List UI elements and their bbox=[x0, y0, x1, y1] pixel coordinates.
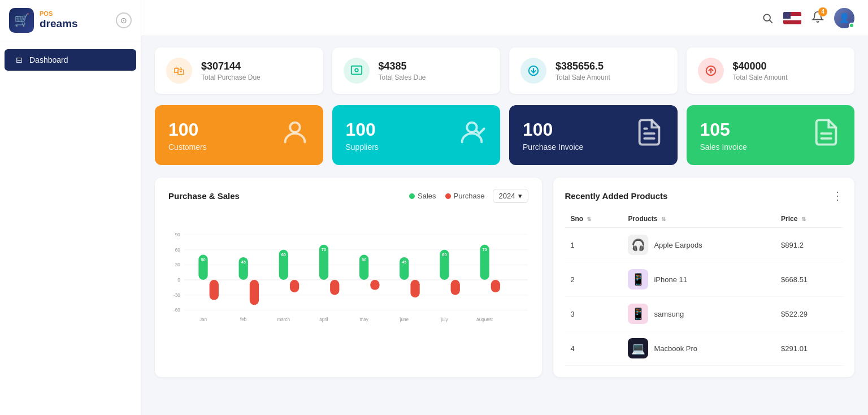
big-stat-suppliers[interactable]: 100 Suppliers bbox=[332, 105, 501, 165]
notification-bell[interactable]: 4 bbox=[811, 11, 824, 25]
legend-purchase-label: Purchase bbox=[454, 192, 485, 200]
customers-name: Customers bbox=[168, 142, 207, 152]
customers-icon bbox=[280, 118, 310, 153]
product-price-4: $291.01 bbox=[775, 331, 843, 366]
sale-amount-2-label: Total Sale Amount bbox=[733, 74, 788, 81]
products-title: Recently Added Products bbox=[565, 191, 667, 201]
svg-rect-48 bbox=[491, 280, 500, 292]
svg-text:0: 0 bbox=[177, 278, 180, 283]
svg-text:auguest: auguest bbox=[476, 317, 493, 322]
purchase-invoice-name: Purchase Invoice bbox=[523, 142, 583, 152]
products-table-head: Sno ⇅ Products ⇅ Price ⇅ bbox=[565, 210, 843, 228]
stat-card-sale-amount-1: $385656.5 Total Sale Amount bbox=[509, 47, 678, 94]
product-name-2: iPhone 11 bbox=[654, 275, 687, 284]
product-name-4: Macbook Pro bbox=[654, 344, 697, 353]
svg-text:-30: -30 bbox=[173, 293, 180, 298]
svg-text:april: april bbox=[319, 317, 328, 322]
sale-amount-1-label: Total Sale Amount bbox=[555, 74, 610, 81]
search-icon[interactable] bbox=[762, 12, 773, 24]
col-products: Products ⇅ bbox=[622, 210, 775, 228]
svg-rect-33 bbox=[290, 280, 299, 292]
svg-text:30: 30 bbox=[175, 262, 181, 267]
big-stat-customers[interactable]: 100 Customers bbox=[155, 105, 323, 165]
sales-due-icon bbox=[344, 58, 370, 84]
sale-amount-2-value: $40000 bbox=[733, 60, 788, 72]
logo-name-text: dreams bbox=[40, 18, 78, 31]
logo-pos-text: POS bbox=[40, 10, 78, 18]
header: 4 👤 bbox=[141, 0, 868, 36]
product-sno-4: 4 bbox=[565, 331, 622, 366]
year-selector[interactable]: 2024 ▾ bbox=[493, 189, 529, 203]
big-stat-customers-text: 100 Customers bbox=[168, 119, 207, 152]
chart-legend: Sales Purchase bbox=[409, 192, 484, 200]
products-header: Recently Added Products ⋮ bbox=[565, 189, 843, 202]
year-value: 2024 bbox=[499, 192, 515, 200]
legend-sales-dot bbox=[409, 193, 415, 199]
purchase-due-label: Total Purchase Due bbox=[201, 74, 261, 81]
svg-rect-2 bbox=[351, 66, 361, 75]
svg-text:Jan: Jan bbox=[199, 317, 207, 322]
svg-point-3 bbox=[355, 68, 358, 72]
product-name-1: Apple Earpods bbox=[654, 241, 702, 249]
svg-text:45: 45 bbox=[241, 260, 246, 265]
chart-section: Purchase & Sales Sales Purchase bbox=[155, 178, 542, 377]
sale-amount-1-icon bbox=[520, 58, 546, 84]
content-area: 🛍 $307144 Total Purchase Due $4385 Total… bbox=[141, 36, 868, 415]
svg-text:60: 60 bbox=[175, 248, 181, 253]
online-status-dot bbox=[849, 23, 854, 28]
purchase-due-value: $307144 bbox=[201, 60, 261, 72]
sale-amount-1-value: $385656.5 bbox=[555, 60, 610, 72]
sidebar-item-dashboard[interactable]: ⊟ Dashboard bbox=[5, 49, 136, 71]
product-image-3: 📱 bbox=[628, 304, 648, 324]
svg-line-1 bbox=[770, 20, 772, 23]
sale-amount-2-icon bbox=[698, 58, 724, 84]
product-price-1: $891.2 bbox=[775, 228, 843, 262]
products-sort-icon[interactable]: ⇅ bbox=[661, 216, 666, 222]
big-stat-purchase-invoice[interactable]: 100 Purchase Invoice bbox=[509, 105, 678, 165]
big-stat-sales-invoice[interactable]: 105 Sales Invoice bbox=[687, 105, 855, 165]
table-row: 3 📱 samsung $522.29 bbox=[565, 297, 843, 331]
suppliers-icon bbox=[457, 118, 487, 153]
svg-text:march: march bbox=[277, 317, 290, 322]
flag-icon[interactable] bbox=[783, 12, 801, 24]
sidebar-item-label: Dashboard bbox=[29, 55, 68, 64]
svg-text:-60: -60 bbox=[173, 308, 180, 313]
product-price-3: $522.29 bbox=[775, 297, 843, 331]
product-name-cell-1: 🎧 Apple Earpods bbox=[622, 228, 775, 262]
product-image-1: 🎧 bbox=[628, 235, 648, 255]
stat-card-content-sa2: $40000 Total Sale Amount bbox=[733, 60, 788, 81]
product-name-cell-2: 📱 iPhone 11 bbox=[622, 262, 775, 297]
svg-text:70: 70 bbox=[482, 247, 487, 252]
col-price: Price ⇅ bbox=[775, 210, 843, 228]
price-sort-icon[interactable]: ⇅ bbox=[801, 216, 806, 222]
products-menu-icon[interactable]: ⋮ bbox=[832, 189, 843, 202]
big-stat-purchase-invoice-text: 100 Purchase Invoice bbox=[523, 119, 583, 152]
big-stat-sales-invoice-text: 105 Sales Invoice bbox=[700, 119, 747, 152]
stat-card-sales-due: $4385 Total Sales Due bbox=[332, 47, 501, 94]
svg-text:45: 45 bbox=[402, 260, 406, 265]
table-row: 2 📱 iPhone 11 $668.51 bbox=[565, 262, 843, 297]
svg-rect-27 bbox=[210, 280, 219, 300]
svg-text:july: july bbox=[440, 317, 448, 322]
svg-text:60: 60 bbox=[281, 252, 286, 257]
stat-card-content-sales: $4385 Total Sales Due bbox=[379, 60, 426, 81]
stat-card-purchase-due: 🛍 $307144 Total Purchase Due bbox=[155, 47, 323, 94]
bar-chart: 90 60 30 0 -30 -60 bbox=[168, 212, 528, 348]
svg-point-7 bbox=[467, 123, 476, 132]
svg-text:may: may bbox=[359, 317, 368, 322]
big-stat-cards-row: 100 Customers 100 Suppliers 100 bbox=[155, 105, 854, 165]
svg-text:50: 50 bbox=[362, 257, 366, 262]
col-sno: Sno ⇅ bbox=[565, 210, 622, 228]
dashboard-icon: ⊟ bbox=[16, 55, 23, 64]
sales-invoice-icon bbox=[811, 118, 841, 153]
sno-sort-icon[interactable]: ⇅ bbox=[587, 216, 591, 222]
purchase-due-icon: 🛍 bbox=[166, 58, 192, 84]
user-avatar-wrapper: 👤 bbox=[834, 8, 854, 28]
svg-rect-42 bbox=[410, 280, 419, 297]
notification-count: 4 bbox=[818, 7, 827, 16]
chart-title: Purchase & Sales bbox=[168, 191, 240, 201]
sidebar: 🛒 POS dreams ⊙ ⊟ Dashboard bbox=[0, 0, 141, 415]
products-section: Recently Added Products ⋮ Sno ⇅ Products bbox=[553, 178, 854, 377]
target-icon[interactable]: ⊙ bbox=[116, 12, 132, 28]
svg-text:70: 70 bbox=[322, 247, 326, 252]
